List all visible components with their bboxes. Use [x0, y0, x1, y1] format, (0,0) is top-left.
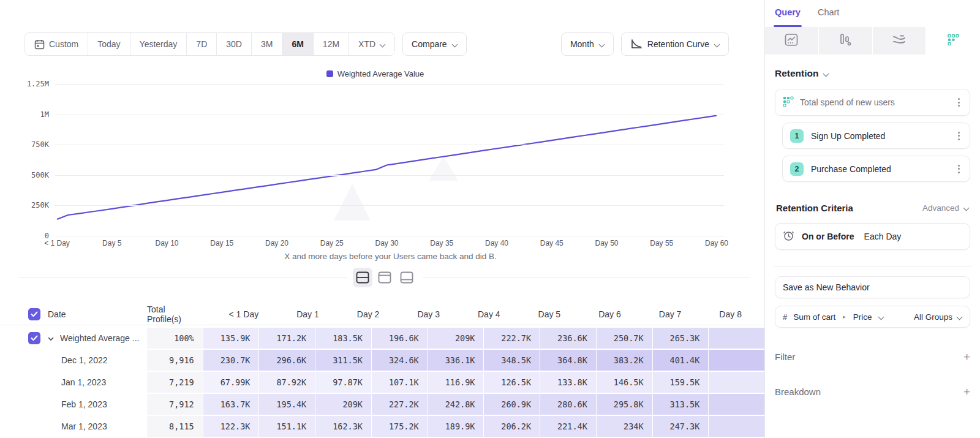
value-cell[interactable]: 221.4K — [540, 416, 596, 437]
value-cell[interactable]: 383.2K — [597, 350, 652, 371]
column-header[interactable]: Total Profile(s) — [147, 303, 207, 325]
filter-section[interactable]: Filter+ — [775, 351, 970, 363]
row-label-cell[interactable]: Feb 1, 2023 — [0, 394, 147, 415]
report-tab-insights[interactable] — [765, 27, 819, 55]
value-cell[interactable]: 151.1K — [259, 416, 315, 437]
chart-view-button[interactable] — [375, 268, 394, 287]
expand-chevron-icon[interactable] — [48, 333, 54, 343]
value-cell[interactable]: 87.92K — [259, 372, 315, 393]
date-range-12m[interactable]: 12M — [314, 33, 349, 55]
value-cell[interactable]: 163.7K — [203, 394, 259, 415]
date-range-6m[interactable]: 6M — [282, 33, 313, 55]
value-cell[interactable]: 159.5K — [653, 372, 709, 393]
date-range-3m[interactable]: 3M — [252, 33, 282, 55]
value-cell[interactable]: 227.2K — [372, 394, 428, 415]
select-all-checkbox[interactable] — [28, 308, 40, 320]
value-cell[interactable]: 313.5K — [653, 394, 709, 415]
step-card-2[interactable]: 2Purchase Completed — [782, 156, 970, 182]
step-card-1[interactable]: 1Sign Up Completed — [782, 123, 970, 149]
value-cell[interactable]: 230.7K — [203, 350, 259, 371]
value-cell[interactable]: 183.5K — [315, 328, 371, 349]
date-range-30d[interactable]: 30D — [217, 33, 252, 55]
report-tab-flows[interactable] — [873, 27, 927, 55]
value-cell[interactable]: 122.3K — [203, 416, 259, 437]
value-cell[interactable]: 9,916 — [147, 350, 203, 371]
row-label-cell[interactable]: Weighted Average ... — [0, 328, 147, 349]
granularity-button[interactable]: Month — [561, 32, 614, 56]
value-cell[interactable]: 265.3K — [653, 328, 709, 349]
date-range-today[interactable]: Today — [88, 33, 130, 55]
criteria-mode-dropdown[interactable]: Advanced — [922, 203, 969, 213]
row-label-cell[interactable]: Dec 1, 2022 — [0, 350, 147, 371]
value-cell[interactable]: 97.87K — [315, 372, 371, 393]
value-cell[interactable]: 247.3K — [653, 416, 709, 437]
value-cell[interactable]: 296.6K — [259, 350, 315, 371]
value-cell[interactable]: 324.6K — [372, 350, 428, 371]
value-cell[interactable]: 209K — [315, 394, 371, 415]
on-or-before-card[interactable]: On or Before Each Day — [775, 223, 970, 250]
value-cell[interactable]: 67.99K — [203, 372, 259, 393]
value-cell[interactable]: 189.9K — [428, 416, 484, 437]
column-header[interactable]: Day 2 — [328, 303, 388, 325]
add-breakdown-icon[interactable]: + — [963, 386, 970, 398]
all-groups-dropdown[interactable]: All Groups — [914, 312, 962, 322]
add-filter-icon[interactable]: + — [963, 351, 970, 363]
sidebar-tab-query[interactable]: Query — [775, 7, 801, 27]
value-cell[interactable]: 171.2K — [259, 328, 315, 349]
row-checkbox[interactable] — [28, 332, 40, 344]
value-cell[interactable]: 146.5K — [597, 372, 652, 393]
value-cell[interactable]: 100% — [147, 328, 203, 349]
column-header[interactable]: Day 6 — [570, 303, 630, 325]
kebab-menu-icon[interactable] — [956, 129, 962, 143]
column-header[interactable]: < 1 Day — [208, 303, 268, 325]
value-cell[interactable]: 135.9K — [203, 328, 259, 349]
value-cell[interactable]: 234K — [597, 416, 652, 437]
value-cell[interactable]: 133.8K — [540, 372, 596, 393]
value-cell[interactable]: 250.7K — [597, 328, 652, 349]
kebab-menu-icon[interactable] — [956, 96, 962, 109]
save-as-new-behavior-button[interactable]: Save as New Behavior — [775, 276, 970, 298]
chart-type-button[interactable]: Retention Curve — [621, 32, 729, 56]
behavior-card[interactable]: Total spend of new users — [775, 89, 970, 116]
value-cell[interactable]: 175.2K — [372, 416, 428, 437]
table-view-button[interactable] — [397, 268, 417, 287]
value-cell[interactable]: 8,115 — [147, 416, 203, 437]
value-cell[interactable]: 206.2K — [484, 416, 540, 437]
date-range-custom[interactable]: Custom — [25, 33, 88, 55]
date-range-xtd[interactable]: XTD — [349, 33, 394, 55]
date-range-yesterday[interactable]: Yesterday — [130, 33, 187, 55]
column-header[interactable]: Day 7 — [630, 303, 690, 325]
value-cell[interactable]: 295.8K — [597, 394, 652, 415]
value-cell[interactable]: 364.8K — [540, 350, 596, 371]
value-cell[interactable]: 311.5K — [315, 350, 371, 371]
value-cell[interactable]: 348.5K — [484, 350, 540, 371]
value-cell[interactable]: 126.5K — [484, 372, 540, 393]
date-range-7d[interactable]: 7D — [187, 33, 217, 55]
column-header[interactable]: Day 1 — [268, 303, 328, 325]
value-cell[interactable]: 196.6K — [372, 328, 428, 349]
split-view-button[interactable] — [353, 268, 372, 287]
measure-row[interactable]: # Sum of cart ▸ Price All Groups — [775, 306, 970, 328]
report-tab-funnels[interactable] — [819, 27, 873, 55]
value-cell[interactable]: 7,219 — [147, 372, 203, 393]
value-cell[interactable]: 209K — [428, 328, 484, 349]
value-cell[interactable]: 195.4K — [259, 394, 315, 415]
value-cell[interactable]: 107.1K — [372, 372, 428, 393]
value-cell[interactable]: 260.9K — [484, 394, 540, 415]
value-cell[interactable]: 236.6K — [540, 328, 596, 349]
value-cell[interactable]: 7,912 — [147, 394, 203, 415]
column-header[interactable]: Day 4 — [449, 303, 509, 325]
report-tab-retention[interactable] — [926, 27, 980, 55]
retention-section-header[interactable]: Retention — [775, 68, 970, 79]
sidebar-tab-chart[interactable]: Chart — [818, 7, 839, 27]
column-header[interactable]: Day 3 — [388, 303, 448, 325]
value-cell[interactable]: 222.7K — [484, 328, 540, 349]
row-label-cell[interactable]: Mar 1, 2023 — [0, 416, 147, 437]
row-label-cell[interactable]: Jan 1, 2023 — [0, 372, 147, 393]
value-cell[interactable]: 116.9K — [428, 372, 484, 393]
compare-button[interactable]: Compare — [402, 32, 467, 56]
column-header[interactable]: Day 8 — [690, 303, 750, 325]
breakdown-section[interactable]: Breakdown+ — [775, 386, 970, 398]
value-cell[interactable]: 401.4K — [653, 350, 709, 371]
line-chart-plot[interactable] — [0, 77, 764, 237]
